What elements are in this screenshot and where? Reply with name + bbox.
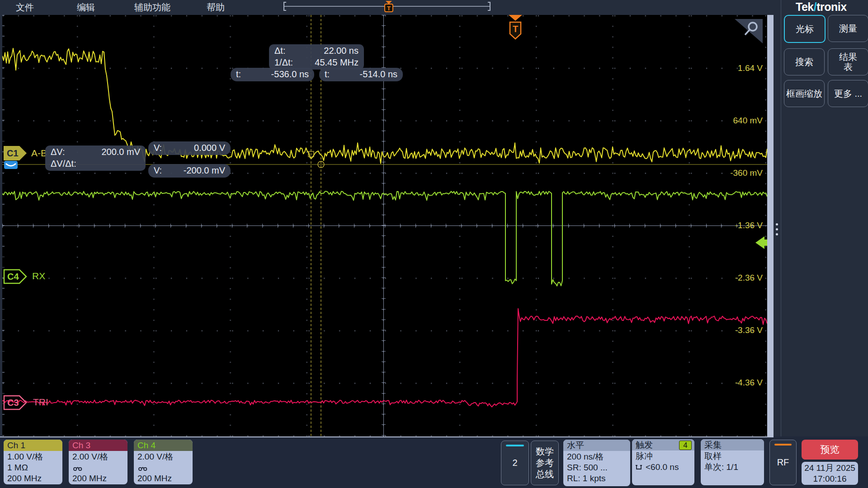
horizontal-scale: 200 ns/格 xyxy=(567,451,627,462)
cursors-button[interactable]: 光标 xyxy=(784,15,826,43)
trigger-width-value: <60.0 ns xyxy=(646,462,679,473)
ch3-flag[interactable]: C3 xyxy=(3,395,28,411)
nav-count: 2 xyxy=(512,457,517,469)
va-value: 0.000 V xyxy=(194,142,225,154)
cursor-a-v-readout[interactable]: V:0.000 V xyxy=(148,141,231,155)
horizontal-badge[interactable]: 水平 200 ns/格 SR: 500 ... RL: 1 kpts xyxy=(563,440,630,486)
ch4-badge-title: Ch 4 xyxy=(134,440,193,451)
ch4-scale: 2.00 V/格 xyxy=(137,451,189,462)
date-value: 24 11月 2025 xyxy=(802,463,858,474)
horizontal-record-length: RL: 1 kpts xyxy=(567,473,627,484)
ch1-badge[interactable]: Ch 1 1.00 V/格 1 MΩ 200 MHz xyxy=(4,440,62,484)
math-ref-bus-button[interactable]: 数学 参考 总线 xyxy=(531,441,559,485)
ch4-flag[interactable]: C4 xyxy=(3,269,28,285)
waveview-nav-button[interactable]: 2 xyxy=(501,441,529,485)
preview-button[interactable]: 预览 xyxy=(802,440,858,460)
svg-text:T: T xyxy=(513,24,518,34)
axis-label-4: -1.36 V xyxy=(708,221,763,230)
panel-drag-handle[interactable] xyxy=(774,221,779,239)
trigger-position-marker: T xyxy=(385,1,393,12)
menu-edit[interactable]: 编辑 xyxy=(77,0,95,15)
ch4-bandwidth: 200 MHz xyxy=(137,473,189,484)
bus-label: 总线 xyxy=(536,469,554,480)
zoom-overview-icon[interactable] xyxy=(734,19,764,44)
vb-value: -200.0 mV xyxy=(184,164,225,177)
ch4-label: RX xyxy=(32,271,45,282)
datetime-display: 24 11月 2025 17:00:16 xyxy=(802,462,858,485)
results-table-line2: 表 xyxy=(844,62,853,72)
axis-label-2: 640 mV xyxy=(708,116,763,126)
trigger-flag: T xyxy=(509,15,522,39)
trigger-badge[interactable]: 触发 4 脉冲 <60.0 ns xyxy=(632,439,694,485)
ch3-label: TRI xyxy=(33,397,48,408)
axis-label-7: -4.36 V xyxy=(708,378,763,388)
ch4-level-marker xyxy=(755,236,767,249)
dv-value: 200.0 mV xyxy=(101,146,140,158)
va-label: V: xyxy=(154,142,162,154)
waveview-zoom-button[interactable]: 框画缩放 xyxy=(784,80,825,107)
rf-button[interactable]: RF xyxy=(769,440,797,485)
bottom-settings-bar: Ch 1 1.00 V/格 1 MΩ 200 MHz Ch 3 2.00 V/格… xyxy=(0,436,868,488)
time-value: 17:00:16 xyxy=(802,474,858,484)
ch1-cursor-source-icon[interactable] xyxy=(4,161,19,170)
cursor-a-time-readout[interactable]: t:-536.0 ns xyxy=(231,68,314,81)
menu-file[interactable]: 文件 xyxy=(16,0,34,15)
ta-label: t: xyxy=(236,68,241,80)
dt-value: 22.00 ns xyxy=(324,45,359,56)
ch3-badge[interactable]: Ch 3 2.00 V/格 200 MHz xyxy=(69,440,127,484)
inv-dt-label: 1/Δt: xyxy=(274,56,293,68)
acquisition-mode: 取样 xyxy=(704,451,760,462)
cursor-b-v-readout[interactable]: V:-200.0 mV xyxy=(148,164,231,178)
ch1-flag[interactable]: C1 xyxy=(3,145,28,162)
svg-text:T: T xyxy=(387,5,391,12)
ch1-impedance: 1 MΩ xyxy=(7,462,59,473)
measure-button[interactable]: 测量 xyxy=(828,15,868,42)
inv-dt-value: 45.45 MHz xyxy=(315,56,359,68)
acquisition-title: 采集 xyxy=(701,439,764,450)
horizontal-sample-rate: SR: 500 ... xyxy=(567,462,627,473)
svg-text:C1: C1 xyxy=(7,148,19,158)
ch1-math-label: A-B xyxy=(31,148,47,159)
ch4-badge[interactable]: Ch 4 2.00 V/格 200 MHz xyxy=(134,440,193,484)
menu-help[interactable]: 帮助 xyxy=(207,0,225,15)
ref-label: 参考 xyxy=(536,457,554,469)
dvdt-label: ΔV/Δt: xyxy=(51,158,76,169)
ch3-scale: 2.00 V/格 xyxy=(72,451,124,462)
more-button[interactable]: 更多 ... xyxy=(828,80,868,107)
vb-label: V: xyxy=(154,164,162,177)
axis-label-5: -2.36 V xyxy=(708,273,763,283)
tb-value: -514.0 ns xyxy=(360,68,397,80)
ch4-probe-icon xyxy=(137,462,189,473)
svg-text:C4: C4 xyxy=(7,272,19,282)
trigger-type: 脉冲 xyxy=(636,451,691,462)
pulse-width-icon xyxy=(636,464,644,471)
ta-value: -536.0 ns xyxy=(271,68,309,80)
right-control-panel: Tek/tronix 光标 测量 搜索 结果 表 框画缩放 更多 ... xyxy=(781,0,868,436)
tektronix-logo: Tek/tronix xyxy=(796,0,847,14)
dv-label: ΔV: xyxy=(51,146,65,158)
ch1-badge-title: Ch 1 xyxy=(4,440,62,451)
cursor-b-time-readout[interactable]: t:-514.0 ns xyxy=(319,68,403,81)
delta-v-readout[interactable]: ΔV:200.0 mV ΔV/Δt: xyxy=(45,145,146,171)
results-panel-scroll-strip[interactable] xyxy=(767,15,774,436)
ch3-probe-icon xyxy=(72,462,124,473)
record-view-ruler[interactable]: T xyxy=(283,0,491,14)
search-button[interactable]: 搜索 xyxy=(784,48,825,75)
ch1-bandwidth: 200 MHz xyxy=(7,473,59,484)
horizontal-title: 水平 xyxy=(563,440,630,451)
axis-label-6: -3.36 V xyxy=(708,325,763,335)
results-table-button[interactable]: 结果 表 xyxy=(828,48,868,75)
axis-label-1: 1.64 V xyxy=(708,63,763,73)
ch3-badge-title: Ch 3 xyxy=(69,440,127,451)
acquisition-badge[interactable]: 采集 取样 单次: 1/1 xyxy=(701,439,764,485)
math-label: 数学 xyxy=(536,446,554,457)
menu-utility[interactable]: 辅助功能 xyxy=(134,0,170,15)
waveform-display[interactable]: T 1.64 V 640 mV -360 mV -1.36 V -2.36 V … xyxy=(2,15,767,436)
delta-t-readout[interactable]: Δt:22.00 ns 1/Δt:45.45 MHz xyxy=(269,44,364,70)
acquisition-single-count: 单次: 1/1 xyxy=(704,462,760,473)
svg-text:C3: C3 xyxy=(7,398,19,408)
dt-label: Δt: xyxy=(274,45,285,56)
bottom-bar-divider xyxy=(0,436,774,437)
axis-label-3: -360 mV xyxy=(708,168,763,178)
trigger-source-badge: 4 xyxy=(679,441,692,450)
